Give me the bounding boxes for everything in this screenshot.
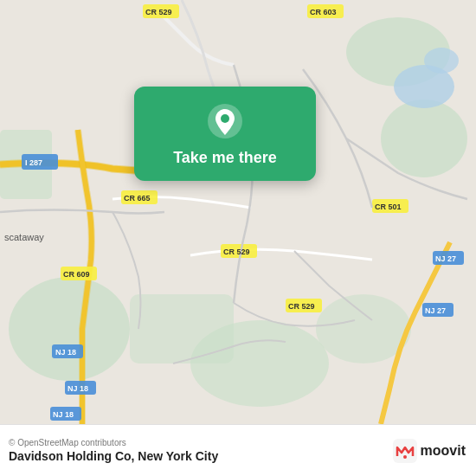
svg-point-38: [221, 114, 229, 123]
svg-text:I 287: I 287: [25, 158, 42, 167]
svg-text:CR 665: CR 665: [124, 194, 151, 203]
take-me-there-label: Take me there: [173, 149, 277, 167]
bottom-bar: © OpenStreetMap contributors Davidson Ho…: [0, 424, 476, 476]
location-title: Davidson Holding Co, New York City: [9, 449, 218, 463]
moovit-text: moovit: [421, 443, 466, 459]
svg-point-1: [9, 277, 130, 381]
svg-text:NJ 18: NJ 18: [55, 348, 76, 357]
svg-point-9: [424, 48, 459, 74]
svg-rect-5: [130, 294, 234, 363]
location-info: © OpenStreetMap contributors Davidson Ho…: [9, 438, 218, 463]
moovit-logo: moovit: [393, 439, 466, 463]
svg-text:CR 501: CR 501: [375, 203, 402, 211]
svg-text:CR 529: CR 529: [288, 302, 315, 311]
svg-text:CR 529: CR 529: [145, 8, 172, 16]
svg-point-3: [381, 100, 467, 177]
svg-text:CR 609: CR 609: [63, 270, 90, 279]
svg-text:NJ 27: NJ 27: [425, 306, 446, 315]
svg-text:NJ 18: NJ 18: [53, 410, 74, 419]
svg-text:CR 529: CR 529: [223, 248, 250, 256]
svg-text:NJ 18: NJ 18: [68, 384, 88, 393]
svg-point-40: [403, 455, 407, 459]
svg-text:CR 603: CR 603: [310, 8, 337, 16]
osm-credit: © OpenStreetMap contributors: [9, 438, 218, 447]
take-me-there-popup[interactable]: Take me there: [134, 87, 316, 181]
moovit-brand-icon: [393, 439, 417, 463]
map: I 287 NJ 18 NJ 18 NJ 18 NJ 27 NJ 27 CR 5…: [0, 0, 476, 424]
svg-text:scataway: scataway: [4, 232, 44, 242]
location-pin-icon: [206, 102, 244, 140]
svg-text:NJ 27: NJ 27: [435, 254, 456, 263]
